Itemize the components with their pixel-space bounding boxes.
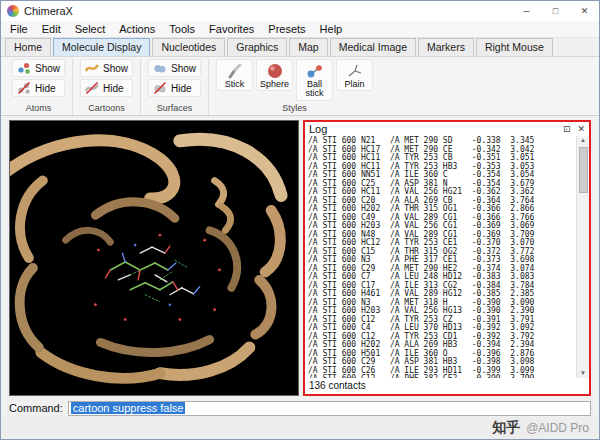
hide-atoms-icon — [17, 81, 31, 95]
log-lines: /A STI 600 N21 /A MET 290 SD -0.338 3.34… — [305, 136, 576, 378]
tab-molecule-display[interactable]: Molecule Display — [53, 38, 150, 56]
command-bar: Command: cartoon suppress false — [1, 399, 599, 417]
show-surfaces-icon — [153, 61, 167, 75]
window-title: ChimeraX — [24, 5, 73, 17]
toolbar-group-cartoons: Show Hide Cartoons — [72, 59, 140, 115]
show-atoms-label: Show — [35, 63, 60, 74]
tab-nucleotides[interactable]: Nucleotides — [152, 38, 225, 56]
close-panel-icon[interactable]: ✕ — [577, 124, 585, 134]
toolbar-group-styles: Stick Sphere Ball stick — [208, 59, 380, 115]
stick-style-label: Stick — [225, 80, 245, 89]
close-button[interactable]: ✕ — [570, 1, 599, 21]
menu-tools[interactable]: Tools — [162, 23, 202, 35]
menu-select[interactable]: Select — [68, 23, 113, 35]
tab-right-mouse[interactable]: Right Mouse — [476, 38, 553, 56]
show-cartoons-button[interactable]: Show — [80, 59, 133, 77]
menu-help[interactable]: Help — [313, 23, 350, 35]
toolbar-group-styles-label: Styles — [282, 101, 307, 115]
maximize-button[interactable]: □ — [541, 1, 570, 21]
show-cartoons-label: Show — [103, 63, 128, 74]
hide-cartoons-icon — [85, 81, 99, 95]
titlebar: ChimeraX ─ □ ✕ — [1, 1, 599, 21]
stick-icon — [226, 62, 244, 80]
sphere-style-button[interactable]: Sphere — [256, 59, 293, 91]
minimize-button[interactable]: ─ — [512, 1, 541, 21]
hide-atoms-button[interactable]: Hide — [12, 79, 65, 97]
hide-surfaces-label: Hide — [171, 83, 192, 94]
sphere-style-label: Sphere — [260, 80, 289, 89]
log-panel: Log ⊡ ✕ /A STI 600 N21 /A MET 290 SD -0.… — [303, 120, 591, 396]
hide-atoms-label: Hide — [35, 83, 56, 94]
toolbar-group-atoms-label: Atoms — [26, 101, 52, 115]
hide-surfaces-icon — [153, 81, 167, 95]
plain-icon — [346, 62, 364, 80]
tab-map[interactable]: Map — [289, 38, 327, 56]
log-body: /A STI 600 N21 /A MET 290 SD -0.338 3.34… — [305, 136, 589, 378]
menu-file[interactable]: File — [3, 23, 35, 35]
menu-presets[interactable]: Presets — [261, 23, 312, 35]
chimerax-window: ChimeraX ─ □ ✕ File Edit Select Actions … — [0, 0, 600, 440]
undock-panel-icon[interactable]: ⊡ — [563, 124, 571, 134]
window-controls: ─ □ ✕ — [512, 1, 599, 21]
plain-style-button[interactable]: Plain — [336, 59, 373, 91]
plain-style-label: Plain — [345, 80, 365, 89]
molecule-render — [10, 121, 299, 396]
contacts-count: 136 contacts — [305, 378, 589, 394]
tab-markers[interactable]: Markers — [418, 38, 474, 56]
hide-cartoons-label: Hide — [103, 83, 124, 94]
scroll-down-icon[interactable]: ▼ — [580, 369, 586, 378]
show-surfaces-label: Show — [171, 63, 196, 74]
menu-edit[interactable]: Edit — [35, 23, 68, 35]
toolbar-group-surfaces-label: Surfaces — [157, 101, 193, 115]
show-atoms-button[interactable]: Show — [12, 59, 65, 77]
stick-style-button[interactable]: Stick — [216, 59, 253, 91]
log-scrollbar[interactable]: ▲ ▼ — [576, 136, 589, 378]
command-input[interactable]: cartoon suppress false — [68, 401, 591, 416]
hide-surfaces-button[interactable]: Hide — [148, 79, 201, 97]
show-cartoons-icon — [85, 61, 99, 75]
command-selected-text[interactable]: cartoon suppress false — [71, 402, 186, 414]
ball-stick-icon — [306, 62, 324, 80]
toolbar-group-cartoons-label: Cartoons — [88, 101, 125, 115]
tab-home[interactable]: Home — [5, 38, 51, 56]
scrollbar-thumb[interactable] — [579, 147, 588, 193]
sphere-icon — [266, 62, 284, 80]
status-strip: 知乎 @AIDD Pro — [1, 417, 599, 439]
menu-actions[interactable]: Actions — [112, 23, 162, 35]
toolbar-group-surfaces: Show Hide Surfaces — [140, 59, 208, 115]
menubar: File Edit Select Actions Tools Favorites… — [1, 21, 599, 38]
show-atoms-icon — [17, 61, 31, 75]
watermark-brand: 知乎 — [492, 419, 520, 437]
scroll-up-icon[interactable]: ▲ — [580, 136, 586, 145]
show-surfaces-button[interactable]: Show — [148, 59, 201, 77]
molecule-display-toolbar: Show Hide Atoms Show — [1, 57, 599, 116]
hide-cartoons-button[interactable]: Hide — [80, 79, 133, 97]
toolbar-tabbar: Home Molecule Display Nucleotides Graphi… — [1, 38, 599, 57]
ball-stick-style-button[interactable]: Ball stick — [296, 59, 333, 101]
log-panel-title: Log — [309, 123, 327, 135]
command-label: Command: — [9, 402, 63, 414]
viewport-3d[interactable] — [9, 120, 299, 396]
tab-medical-image[interactable]: Medical Image — [330, 38, 416, 56]
main-content: Log ⊡ ✕ /A STI 600 N21 /A MET 290 SD -0.… — [1, 116, 599, 399]
tab-graphics[interactable]: Graphics — [227, 38, 287, 56]
chimerax-app-icon — [7, 5, 19, 17]
watermark-handle: @AIDD Pro — [526, 421, 589, 435]
menu-favorites[interactable]: Favorites — [202, 23, 261, 35]
log-panel-header: Log ⊡ ✕ — [305, 122, 589, 136]
ball-stick-style-label: Ball stick — [298, 80, 331, 99]
toolbar-group-atoms: Show Hide Atoms — [5, 59, 72, 115]
